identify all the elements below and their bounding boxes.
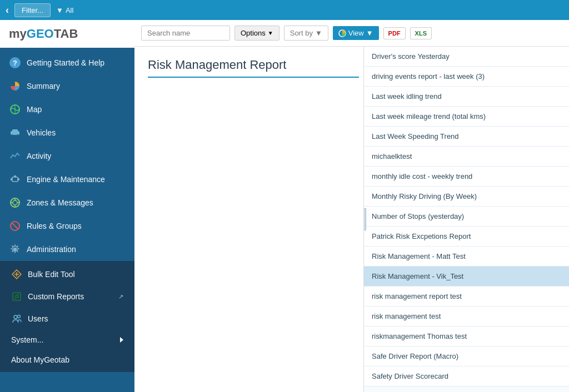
svg-rect-8 bbox=[14, 175, 16, 177]
logo-my: my bbox=[9, 27, 27, 41]
report-list-item[interactable]: Driver's score Yesterday bbox=[364, 47, 569, 67]
report-list-item[interactable]: monthly idle cost - weekly trend bbox=[364, 167, 569, 187]
submenu-item-label: Custom Reports bbox=[28, 292, 84, 301]
sidebar-item-administration[interactable]: Administration bbox=[0, 238, 134, 261]
svg-point-17 bbox=[13, 248, 17, 251]
view-label: View bbox=[348, 29, 364, 37]
vehicles-icon bbox=[9, 127, 21, 139]
svg-point-3 bbox=[11, 134, 13, 137]
content-area: Options ▼ Sort by ▼ View ▼ PDF XLS bbox=[134, 20, 569, 392]
report-list-item[interactable]: Safe Driver Report (Macro) bbox=[364, 346, 569, 366]
summary-icon bbox=[9, 80, 21, 92]
sidebar-item-rules-groups[interactable]: Rules & Groups bbox=[0, 214, 134, 238]
report-list-item[interactable]: Number of Stops (yesterday) bbox=[364, 207, 569, 227]
submenu-item-users[interactable]: Users bbox=[0, 308, 134, 330]
report-list-item[interactable]: Monthly Risky Driving (By Week) bbox=[364, 187, 569, 207]
filter-button[interactable]: Filter... bbox=[14, 3, 51, 17]
sidebar-item-label: Engine & Maintenance bbox=[27, 175, 105, 184]
sidebar-item-label: Zones & Messages bbox=[27, 198, 93, 207]
admin-icon bbox=[9, 243, 21, 255]
main-layout: myGEOTAB ? Getting Started & Help bbox=[0, 20, 569, 392]
logo: myGEOTAB bbox=[0, 20, 134, 48]
map-icon bbox=[9, 103, 21, 115]
report-list-item[interactable]: driving events report - last week (3) bbox=[364, 67, 569, 87]
submenu-item-bulk-edit[interactable]: Bulk Edit Tool bbox=[0, 263, 134, 285]
toolbar: Options ▼ Sort by ▼ View ▼ PDF XLS bbox=[134, 20, 569, 47]
view-button[interactable]: View ▼ bbox=[333, 26, 379, 40]
svg-point-4 bbox=[17, 134, 19, 137]
search-input[interactable] bbox=[141, 26, 230, 41]
submenu-item-about[interactable]: About MyGeotab bbox=[0, 350, 134, 370]
sidebar: myGEOTAB ? Getting Started & Help bbox=[0, 20, 134, 392]
view-chart-icon bbox=[338, 29, 346, 37]
xls-button[interactable]: XLS bbox=[410, 27, 432, 39]
svg-point-25 bbox=[18, 315, 21, 318]
sidebar-item-map[interactable]: Map bbox=[0, 98, 134, 121]
all-dropdown[interactable]: ▼ All bbox=[56, 6, 73, 14]
report-list-item[interactable]: Last week idling trend bbox=[364, 87, 569, 107]
sidebar-item-vehicles[interactable]: Vehicles bbox=[0, 121, 134, 144]
svg-rect-2 bbox=[12, 129, 18, 132]
report-list-item[interactable]: risk management report test bbox=[364, 287, 569, 306]
report-list: Driver's score Yesterdaydriving events r… bbox=[364, 47, 569, 386]
submenu-item-label: Users bbox=[28, 314, 48, 323]
collapse-panel-button[interactable]: ‹ bbox=[363, 208, 366, 230]
report-list-item[interactable]: Safety Driver Scorecard bbox=[364, 366, 569, 386]
all-dropdown-arrow: ▼ bbox=[56, 6, 63, 14]
report-main: Risk Management Report bbox=[134, 47, 363, 392]
zones-icon bbox=[9, 197, 21, 209]
sidebar-item-summary[interactable]: Summary bbox=[0, 74, 134, 98]
sidebar-item-label: Activity bbox=[27, 152, 51, 160]
report-list-item[interactable]: Risk Management - Vik_Test bbox=[364, 267, 569, 287]
logo-geo: GEO bbox=[27, 27, 54, 41]
sidebar-item-activity[interactable]: Activity bbox=[0, 144, 134, 168]
top-bar: ‹ Filter... ▼ All bbox=[0, 0, 569, 20]
external-link-icon: ↗ bbox=[118, 293, 123, 300]
svg-point-24 bbox=[14, 315, 17, 319]
svg-line-16 bbox=[12, 223, 18, 229]
sort-arrow-icon: ▼ bbox=[315, 29, 322, 37]
report-list-item[interactable]: riskmanagement Thomas test bbox=[364, 326, 569, 346]
report-list-item[interactable]: Last week mileage trend (total kms) bbox=[364, 107, 569, 127]
sidebar-item-label: Summary bbox=[27, 82, 60, 91]
sort-label: Sort by bbox=[290, 29, 313, 37]
sidebar-item-getting-started[interactable]: ? Getting Started & Help bbox=[0, 51, 134, 74]
bulk-edit-icon bbox=[11, 269, 22, 280]
submenu-item-label: Bulk Edit Tool bbox=[28, 270, 75, 279]
logo-tab: TAB bbox=[54, 27, 78, 41]
report-list-item[interactable]: Patrick Risk Excpetions Report bbox=[364, 227, 569, 247]
admin-submenu: Bulk Edit Tool Custom Reports ↗ bbox=[0, 261, 134, 372]
users-icon bbox=[11, 313, 22, 324]
report-list-panel: ‹ Driver's score Yesterdaydriving events… bbox=[363, 47, 569, 392]
submenu-item-custom-reports[interactable]: Custom Reports ↗ bbox=[0, 285, 134, 308]
sidebar-item-label: Administration bbox=[27, 245, 76, 254]
engine-icon bbox=[9, 173, 21, 185]
options-label: Options bbox=[241, 29, 266, 37]
sidebar-nav: ? Getting Started & Help Summary bbox=[0, 48, 134, 375]
help-icon: ? bbox=[9, 57, 21, 69]
sort-button[interactable]: Sort by ▼ bbox=[284, 26, 328, 41]
options-button[interactable]: Options ▼ bbox=[234, 26, 279, 41]
sidebar-item-zones-messages[interactable]: Zones & Messages bbox=[0, 191, 134, 214]
sidebar-item-label: Map bbox=[27, 105, 42, 114]
sidebar-item-label: Rules & Groups bbox=[27, 222, 82, 230]
report-list-item[interactable]: michaelktest bbox=[364, 147, 569, 167]
back-button[interactable]: ‹ bbox=[6, 4, 9, 16]
report-list-item[interactable]: Last Week Speeding Trend bbox=[364, 127, 569, 147]
pdf-button[interactable]: PDF bbox=[383, 27, 406, 39]
report-content: Risk Management Report ‹ Driver's score … bbox=[134, 47, 569, 392]
svg-rect-5 bbox=[12, 177, 18, 182]
svg-rect-6 bbox=[11, 178, 12, 180]
submenu-item-system[interactable]: System... bbox=[0, 330, 134, 350]
report-list-item[interactable]: Risk Management - Matt Test bbox=[364, 247, 569, 267]
svg-line-23 bbox=[14, 296, 19, 299]
system-arrow-icon bbox=[120, 337, 123, 343]
svg-rect-21 bbox=[13, 293, 21, 300]
custom-reports-icon bbox=[11, 291, 22, 302]
svg-point-10 bbox=[13, 200, 17, 205]
options-arrow-icon: ▼ bbox=[268, 30, 273, 36]
report-list-item[interactable]: risk management test bbox=[364, 306, 569, 326]
about-label: About MyGeotab bbox=[11, 355, 69, 364]
sidebar-item-engine-maintenance[interactable]: Engine & Maintenance bbox=[0, 168, 134, 191]
activity-icon bbox=[9, 150, 21, 162]
